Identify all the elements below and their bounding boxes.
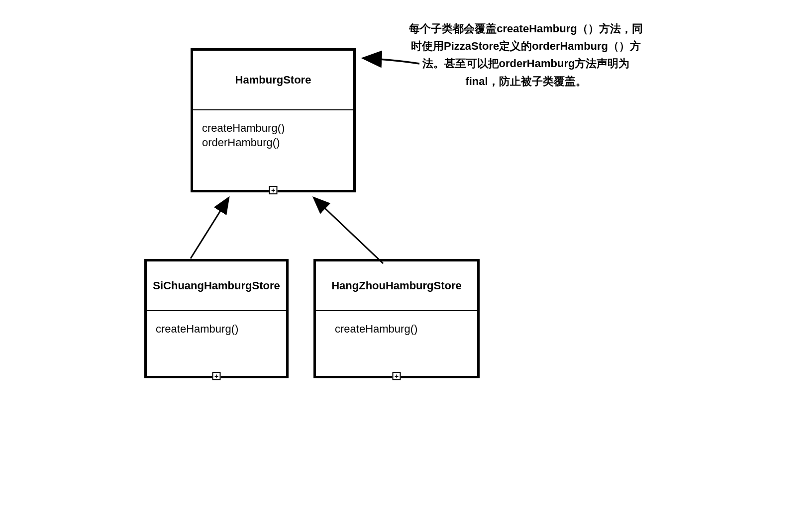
uml-class-sichuang: SiChuangHamburgStore createHamburg() +: [144, 259, 289, 378]
method-text: orderHamburg(): [202, 136, 344, 150]
method-text: createHamburg(): [202, 121, 344, 136]
plus-symbol: +: [271, 187, 275, 194]
class-methods: createHamburg() orderHamburg(): [193, 110, 353, 171]
class-name-text: HangZhouHamburgStore: [331, 279, 462, 292]
method-text: createHamburg(): [156, 322, 277, 337]
uml-class-hamburgstore: HamburgStore createHamburg() orderHambur…: [191, 48, 356, 192]
method-text: createHamburg(): [335, 322, 468, 337]
annotation-text: 每个子类都会覆盖createHamburg（）方法，同时使用PizzaStore…: [406, 20, 645, 90]
expand-icon[interactable]: +: [393, 372, 401, 380]
expand-icon[interactable]: +: [269, 186, 278, 194]
class-methods: createHamburg(): [147, 311, 286, 357]
inheritance-arrow-left: [191, 197, 229, 258]
class-title: SiChuangHamburgStore: [147, 261, 286, 311]
class-title: HangZhouHamburgStore: [316, 261, 477, 311]
class-name-text: SiChuangHamburgStore: [153, 279, 280, 292]
annotation-content: 每个子类都会覆盖createHamburg（）方法，同时使用PizzaStore…: [409, 22, 642, 87]
plus-symbol: +: [395, 373, 399, 380]
uml-class-hangzhou: HangZhouHamburgStore createHamburg() +: [313, 259, 480, 378]
inheritance-arrow-right: [313, 197, 383, 263]
class-methods: createHamburg(): [316, 311, 477, 357]
expand-icon[interactable]: +: [212, 372, 221, 380]
class-title: HamburgStore: [193, 51, 353, 110]
arrows-layer: [0, 0, 812, 513]
class-name-text: HamburgStore: [235, 74, 311, 86]
plus-symbol: +: [214, 373, 218, 380]
